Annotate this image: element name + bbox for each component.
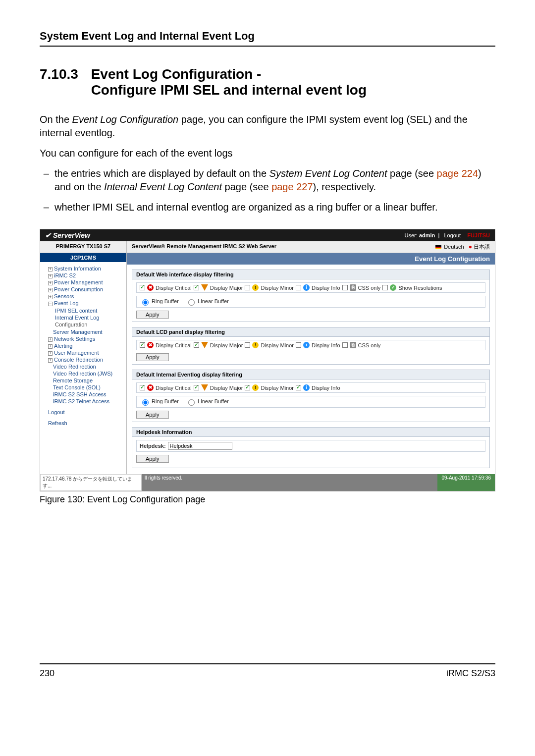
css-icon: ⎘ xyxy=(350,342,356,348)
sidebar-item-network-settings[interactable]: +Network Settings xyxy=(43,335,123,342)
logout-link[interactable]: Logout xyxy=(444,232,461,238)
apply-button[interactable]: Apply xyxy=(136,311,169,319)
major-icon xyxy=(201,342,208,348)
list-item: whether IPMI SEL and internal eventlog a… xyxy=(54,201,495,214)
panel1-filter-row: ✖Display Critical Display Major !Display… xyxy=(136,282,485,293)
sidebar-item-irmc-s2[interactable]: +iRMC S2 xyxy=(43,272,123,279)
checkbox-minor[interactable] xyxy=(245,342,250,348)
checkbox-minor[interactable] xyxy=(245,385,250,390)
sidebar-item-internal-event-log[interactable]: Internal Event Log xyxy=(55,314,123,321)
critical-icon: ✖ xyxy=(147,342,154,348)
screenshot-figure: ✔ ServerView User: admin | Logout FUJITS… xyxy=(40,229,495,491)
node-name: JCP1CMS xyxy=(40,253,126,262)
checkbox-major[interactable] xyxy=(194,285,199,290)
checkbox-info[interactable] xyxy=(296,385,301,390)
content-title: Event Log Configuration xyxy=(127,253,495,265)
sidebar-item-refresh[interactable]: Refresh xyxy=(43,420,123,427)
major-icon xyxy=(201,284,208,291)
flag-jp-icon: ● xyxy=(469,243,472,250)
sidebar-item-ipmi-sel[interactable]: IPMI SEL content xyxy=(55,307,123,314)
sidebar-item-remote-storage[interactable]: Remote Storage xyxy=(43,377,123,384)
page-link-227[interactable]: page 227 xyxy=(271,181,313,192)
panel1-title: Default Web interface display filtering xyxy=(132,270,490,279)
sidebar-item-ssh-access[interactable]: iRMC S2 SSH Access xyxy=(43,391,123,398)
apply-button[interactable]: Apply xyxy=(136,353,169,361)
main-content: Event Log Configuration Default Web inte… xyxy=(127,253,495,474)
figure-caption: Figure 130: Event Log Configuration page xyxy=(40,494,495,505)
sidebar-item-video-redirection-jws[interactable]: Video Redirection (JWS) xyxy=(43,370,123,377)
status-left: 172.17.46.78 からデータを転送しています... xyxy=(40,474,142,491)
sidebar: JCP1CMS +System Information +iRMC S2 +Po… xyxy=(40,253,127,474)
list-item: the entries which are displayed by defau… xyxy=(54,167,495,194)
checkbox-css[interactable] xyxy=(342,342,348,348)
sidebar-item-alerting[interactable]: +Alerting xyxy=(43,342,123,349)
section-title-line1: Event Log Configuration - xyxy=(91,66,262,82)
server-model: PRIMERGY TX150 S7 xyxy=(40,241,127,253)
config-list: the entries which are displayed by defau… xyxy=(40,167,495,214)
checkbox-critical[interactable] xyxy=(140,342,145,348)
checkbox-resolutions[interactable] xyxy=(382,285,388,290)
major-icon xyxy=(201,384,208,391)
panel3-title: Default Internal Eventlog display filter… xyxy=(132,370,490,379)
sidebar-item-text-console-sol[interactable]: Text Console (SOL) xyxy=(43,384,123,391)
sub-header: PRIMERGY TX150 S7 ServerView® Remote Man… xyxy=(40,241,495,253)
helpdesk-label: Helpdesk: xyxy=(140,443,166,449)
radio-ring-buffer[interactable]: Ring Buffer xyxy=(140,298,179,306)
section-number: 7.10.3 xyxy=(40,66,78,82)
checkbox-info[interactable] xyxy=(296,285,301,290)
checkbox-major[interactable] xyxy=(194,342,199,348)
checkbox-minor[interactable] xyxy=(245,285,250,290)
sidebar-item-user-management[interactable]: +User Management xyxy=(43,349,123,356)
page-footer: 230 iRMC S2/S3 xyxy=(40,668,495,679)
radio-linear-buffer[interactable]: Linear Buffer xyxy=(186,398,229,406)
radio-linear-buffer[interactable]: Linear Buffer xyxy=(186,298,229,306)
status-timestamp: 09-Aug-2011 17:59:36 xyxy=(437,474,495,491)
sidebar-item-video-redirection[interactable]: Video Redirection xyxy=(43,363,123,370)
sidebar-item-sensors[interactable]: +Sensors xyxy=(43,293,123,300)
panel1-body: ✖Display Critical Display Major !Display… xyxy=(132,279,490,322)
checkbox-info[interactable] xyxy=(296,342,301,348)
sidebar-item-event-log[interactable]: −Event Log xyxy=(43,300,123,307)
helpdesk-row: Helpdesk: xyxy=(136,440,485,452)
section-header: System Event Log and Internal Event Log xyxy=(40,30,495,47)
sidebar-item-configuration[interactable]: Configuration xyxy=(55,321,123,328)
checkbox-major[interactable] xyxy=(194,385,199,390)
sidebar-item-power-management[interactable]: +Power Management xyxy=(43,279,123,286)
brand-logo: ✔ ServerView xyxy=(45,231,90,239)
minor-icon: ! xyxy=(252,284,259,291)
apply-button[interactable]: Apply xyxy=(136,455,169,463)
app-header: ✔ ServerView User: admin | Logout FUJITS… xyxy=(40,229,495,241)
helpdesk-input[interactable] xyxy=(168,442,232,450)
sidebar-item-console-redirection[interactable]: +Console Redirection xyxy=(43,356,123,363)
page-subtitle: ServerView® Remote Management iRMC S2 We… xyxy=(127,241,430,253)
section-title: 7.10.3 Event Log Configuration - 7.10.3 … xyxy=(40,66,495,98)
page-link-224[interactable]: page 224 xyxy=(437,168,478,179)
nav-tree: +System Information +iRMC S2 +Power Mana… xyxy=(40,262,126,430)
checkbox-css[interactable] xyxy=(342,285,348,290)
apply-button[interactable]: Apply xyxy=(136,411,169,419)
lang-japanese[interactable]: 日本語 xyxy=(474,244,490,250)
info-icon: i xyxy=(303,342,310,348)
checkbox-critical[interactable] xyxy=(140,385,145,390)
panel4-body: Helpdesk: Apply xyxy=(132,437,490,468)
checkbox-critical[interactable] xyxy=(140,285,145,290)
panel3-filter-row: ✖Display Critical Display Major !Display… xyxy=(136,382,485,393)
status-mid: ll rights reserved. xyxy=(142,474,437,491)
flag-de-icon xyxy=(435,245,441,249)
sidebar-item-logout[interactable]: Logout xyxy=(43,409,123,416)
radio-ring-buffer[interactable]: Ring Buffer xyxy=(140,398,179,406)
status-bar: 172.17.46.78 からデータを転送しています... ll rights … xyxy=(40,474,495,491)
sidebar-item-server-management[interactable]: Server Management xyxy=(43,328,123,335)
critical-icon: ✖ xyxy=(147,384,154,391)
sidebar-item-telnet-access[interactable]: iRMC S2 Telnet Access xyxy=(43,398,123,405)
sidebar-item-power-consumption[interactable]: +Power Consumption xyxy=(43,286,123,293)
panel2-body: ✖Display Critical Display Major !Display… xyxy=(132,337,490,365)
info-icon: i xyxy=(303,384,310,391)
sidebar-item-system-information[interactable]: +System Information xyxy=(43,265,123,272)
panel2-filter-row: ✖Display Critical Display Major !Display… xyxy=(136,340,485,350)
panel4-title: Helpdesk Information xyxy=(132,427,490,437)
panel3-buffer-row: Ring Buffer Linear Buffer xyxy=(136,396,485,408)
panel2-title: Default LCD panel display filtering xyxy=(132,327,490,337)
lang-deutsch[interactable]: Deutsch xyxy=(444,244,464,250)
panel1-buffer-row: Ring Buffer Linear Buffer xyxy=(136,296,485,308)
